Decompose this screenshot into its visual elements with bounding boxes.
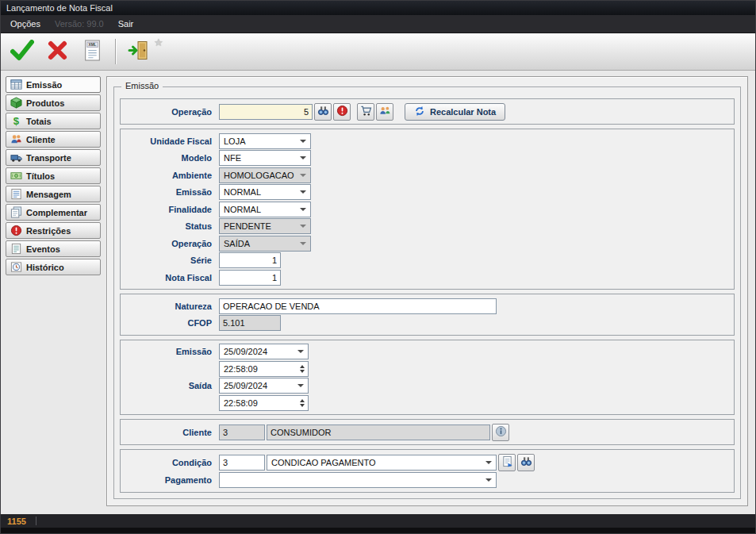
title-bar: Lançamento de Nota Fiscal bbox=[1, 1, 755, 15]
menu-versao: Versão: 99.0 bbox=[48, 16, 111, 32]
chevron-down-icon bbox=[300, 242, 306, 245]
operacao-tipo-select: SAÍDA bbox=[219, 236, 311, 252]
document-icon bbox=[10, 243, 22, 255]
cart-button[interactable] bbox=[357, 103, 374, 121]
xml-button[interactable]: XML bbox=[77, 36, 107, 67]
natureza-input[interactable] bbox=[219, 298, 497, 314]
form-icon bbox=[10, 79, 22, 91]
emissao-time-value: 22:58:09 bbox=[224, 364, 258, 374]
main-panel: Emissão Operação bbox=[106, 76, 748, 506]
svg-text:XML: XML bbox=[88, 43, 96, 47]
unidade-fiscal-select[interactable]: LOJA bbox=[219, 133, 311, 149]
chevron-down-icon bbox=[485, 478, 492, 482]
nota-fiscal-label: Nota Fiscal bbox=[125, 273, 219, 282]
status-label: Status bbox=[125, 221, 219, 231]
users-icon bbox=[379, 105, 391, 119]
cfop-label: CFOP bbox=[125, 318, 219, 328]
finalidade-select[interactable]: NORMAL bbox=[219, 202, 311, 217]
status-bar: 1155 bbox=[1, 514, 755, 528]
menu-opcoes[interactable]: Opções bbox=[3, 16, 48, 32]
ambiente-value: HOMOLOGACAO bbox=[224, 171, 294, 180]
sidebar-item-label: Totais bbox=[26, 117, 52, 126]
clock-icon bbox=[10, 261, 22, 274]
condicao-document-button[interactable] bbox=[498, 454, 516, 471]
time-spinner[interactable] bbox=[298, 365, 306, 373]
unidade-fiscal-label: Unidade Fiscal bbox=[125, 136, 219, 146]
natureza-label: Natureza bbox=[125, 302, 219, 311]
nota-fiscal-input[interactable] bbox=[219, 270, 281, 286]
window-bottom-edge bbox=[1, 528, 755, 533]
pagamento-section: Condição CONDICAO PAGAMENTO bbox=[120, 449, 735, 493]
chevron-down-icon bbox=[300, 208, 306, 211]
condicao-search-button[interactable] bbox=[517, 454, 535, 471]
operacao-section: Operação bbox=[120, 98, 735, 125]
unidade-fiscal-value: LOJA bbox=[224, 136, 246, 146]
chevron-down-icon bbox=[300, 174, 306, 177]
condicao-select[interactable]: CONDICAO PAGAMENTO bbox=[267, 455, 497, 471]
menu-sair[interactable]: Sair bbox=[111, 16, 141, 32]
sidebar-item-label: Eventos bbox=[26, 244, 60, 254]
modelo-select[interactable]: NFE bbox=[219, 150, 311, 166]
app-window: Lançamento de Nota Fiscal Opções Versão:… bbox=[0, 0, 756, 534]
saida-time-input[interactable]: 22:58:09 bbox=[219, 395, 309, 411]
sidebar-item-cliente[interactable]: Cliente bbox=[6, 131, 101, 148]
condicao-code-input[interactable] bbox=[219, 455, 265, 471]
condicao-value: CONDICAO PAGAMENTO bbox=[271, 458, 376, 467]
recalcular-nota-button[interactable]: Recalcular Nota bbox=[405, 103, 505, 121]
sidebar-item-label: Cliente bbox=[26, 135, 56, 144]
confirm-button[interactable] bbox=[7, 36, 37, 67]
saida-time-value: 22:58:09 bbox=[224, 398, 258, 408]
check-icon bbox=[10, 40, 34, 63]
emissao-data-label: Emissão bbox=[125, 347, 219, 356]
binoculars-icon bbox=[520, 455, 532, 470]
emissao-tipo-select[interactable]: NORMAL bbox=[219, 184, 311, 200]
package-icon bbox=[10, 97, 22, 109]
sidebar-item-historico[interactable]: Histórico bbox=[6, 259, 101, 275]
emissao-date-picker[interactable]: 25/09/2024 bbox=[219, 344, 309, 359]
sidebar-item-label: Transporte bbox=[26, 153, 71, 163]
exit-button[interactable] bbox=[124, 36, 154, 67]
sidebar-item-produtos[interactable]: Produtos bbox=[6, 94, 101, 111]
restriction-alert-button[interactable] bbox=[333, 103, 351, 121]
sidebar-item-label: Restrições bbox=[26, 226, 71, 236]
sidebar-item-transporte[interactable]: Transporte bbox=[6, 149, 101, 166]
saida-date-picker[interactable]: 25/09/2024 bbox=[219, 378, 309, 394]
operacao-tipo-label: Operação bbox=[125, 239, 219, 248]
status-value: 1155 bbox=[7, 517, 26, 526]
svg-text:$: $ bbox=[13, 115, 19, 127]
cliente-code-input bbox=[219, 425, 265, 440]
search-operacao-button[interactable] bbox=[314, 103, 332, 121]
sidebar-item-complementar[interactable]: Complementar bbox=[6, 204, 101, 221]
sidebar-item-eventos[interactable]: Eventos bbox=[6, 240, 101, 257]
sidebar-item-emissao[interactable]: Emissão bbox=[6, 76, 101, 93]
binoculars-icon bbox=[317, 105, 329, 119]
sidebar-item-titulos[interactable]: Títulos bbox=[6, 167, 101, 184]
pagamento-select[interactable] bbox=[219, 472, 497, 488]
serie-label: Série bbox=[125, 255, 219, 265]
status-select: PENDENTE bbox=[219, 218, 311, 234]
cliente-info-button[interactable] bbox=[492, 424, 509, 441]
emissao-time-input[interactable]: 22:58:09 bbox=[219, 361, 309, 377]
operacao-input[interactable] bbox=[219, 104, 313, 120]
chevron-down-icon bbox=[297, 384, 304, 387]
groupbox-title: Emissão bbox=[121, 81, 163, 90]
x-icon bbox=[47, 40, 68, 63]
sidebar-item-restricoes[interactable]: Restrições bbox=[6, 222, 101, 239]
serie-input[interactable] bbox=[219, 252, 281, 268]
status-separator bbox=[36, 517, 36, 525]
condicao-label: Condição bbox=[125, 458, 219, 467]
info-icon bbox=[495, 425, 507, 440]
saida-date-value: 25/09/2024 bbox=[224, 381, 267, 390]
refresh-icon bbox=[414, 106, 425, 118]
sidebar-item-mensagem[interactable]: Mensagem bbox=[6, 186, 101, 202]
people-icon bbox=[10, 133, 22, 146]
list-icon bbox=[10, 188, 22, 201]
time-spinner[interactable] bbox=[298, 399, 306, 407]
cancel-button[interactable] bbox=[42, 36, 72, 67]
chevron-down-icon bbox=[300, 190, 306, 194]
sidebar-item-totais[interactable]: $ Totais bbox=[6, 113, 101, 129]
cliente-name-input bbox=[267, 425, 490, 440]
emissao-tipo-label: Emissão bbox=[125, 187, 219, 197]
door-exit-icon bbox=[128, 40, 150, 63]
users-button[interactable] bbox=[376, 103, 393, 121]
